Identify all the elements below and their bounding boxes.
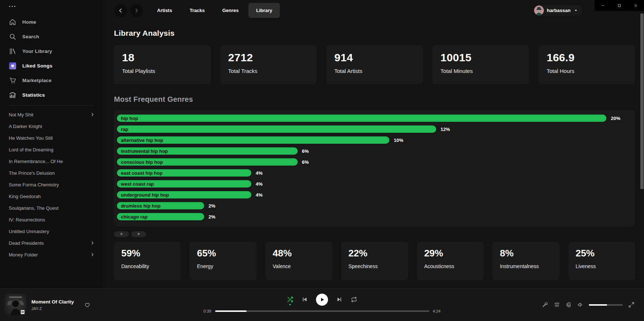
sidebar-playlist-item[interactable]: Dead Presidents	[0, 237, 103, 249]
sidebar-item-statistics[interactable]: Statistics	[0, 88, 103, 102]
previous-button[interactable]	[301, 296, 308, 303]
fullscreen-button[interactable]	[628, 302, 635, 308]
window-controls	[595, 0, 644, 11]
stat-card: 2712 Total Tracks	[220, 45, 317, 84]
chevron-right-icon	[134, 8, 140, 13]
sidebar-playlist-item[interactable]: Untitled Unmastery	[0, 225, 103, 237]
close-button[interactable]	[628, 0, 644, 11]
queue-button[interactable]	[554, 302, 560, 308]
forward-button[interactable]	[130, 4, 143, 17]
chevron-left-icon	[118, 8, 123, 13]
main-area: Artists Tracks Genres Library harbassan …	[103, 0, 644, 288]
sidebar-playlist-item[interactable]: Lord of the Dreaming	[0, 144, 103, 155]
scrollbar-thumb[interactable]	[640, 13, 644, 189]
genre-bar-label: hip hop	[121, 116, 138, 121]
tab-library[interactable]: Library	[248, 3, 280, 18]
track-info: Moment Of Clarity JAY-Z	[31, 299, 74, 311]
sidebar-playlist-item[interactable]: A Darker Knight	[0, 120, 103, 132]
next-button[interactable]	[336, 296, 343, 303]
topbar: Artists Tracks Genres Library harbassan	[103, 0, 644, 21]
genre-bar: alternative hip hop	[117, 136, 389, 144]
window-menu-dots[interactable]	[0, 0, 103, 11]
mute-button[interactable]	[577, 302, 583, 308]
genre-bar-value: 4%	[256, 181, 263, 187]
genre-bar-label: rap	[121, 127, 128, 132]
sidebar-playlist-item[interactable]: Soulqarians, The Quest	[0, 202, 103, 214]
player-center: 0:39 4:24	[202, 293, 442, 313]
elapsed-time: 0:39	[202, 309, 212, 313]
sidebar-item-marketplace[interactable]: Marketplace	[0, 73, 103, 88]
minimize-button[interactable]	[595, 0, 611, 11]
genre-bar: chicago rap	[117, 213, 204, 220]
previous-icon	[301, 296, 308, 303]
menu-label: Search	[22, 34, 39, 39]
profile-chip[interactable]: harbassan	[533, 5, 583, 16]
chart-prev-page-button[interactable]: <	[114, 231, 129, 237]
search-icon	[9, 33, 16, 40]
progress-bar[interactable]	[215, 310, 429, 312]
library-analysis-page: Library Analysis 18 Total Playlists 2712…	[103, 21, 644, 288]
sidebar-playlist-item[interactable]: King Geedorah	[0, 190, 103, 202]
sidebar-playlist-item[interactable]: Not My Shit	[0, 109, 103, 120]
sidebar-item-liked-songs[interactable]: Liked Songs	[0, 58, 103, 73]
feature-value: 8%	[500, 248, 552, 259]
sidebar-item-your-library[interactable]: Your Library	[0, 44, 103, 58]
genre-bar: conscious hip hop	[117, 158, 298, 166]
tab-artists[interactable]: Artists	[149, 3, 180, 18]
tab-genres[interactable]: Genres	[214, 3, 246, 18]
feature-label: Speechiness	[348, 263, 401, 269]
chart-next-page-button[interactable]: >	[131, 231, 146, 237]
genre-bar-value: 12%	[441, 127, 450, 132]
track-title[interactable]: Moment Of Clarity	[31, 299, 74, 305]
feature-value: 22%	[348, 248, 401, 259]
library-icon	[9, 47, 16, 55]
close-icon	[634, 4, 638, 8]
sidebar-item-home[interactable]: Home	[0, 15, 103, 29]
sidebar-playlist-item[interactable]: IV: Resurrections	[0, 214, 103, 225]
genre-bar-row: east coast hip hop 4%	[117, 169, 630, 177]
mic-icon	[542, 302, 548, 308]
sidebar-item-search[interactable]: Search	[0, 29, 103, 44]
chevron-right-icon	[90, 241, 95, 245]
feature-value: 25%	[576, 248, 628, 259]
back-button[interactable]	[114, 4, 127, 17]
track-artist[interactable]: JAY-Z	[31, 306, 74, 311]
maximize-button[interactable]	[611, 0, 628, 11]
sidebar-playlist-item[interactable]: In Remembrance... Of He	[0, 155, 103, 167]
sidebar-divider	[9, 105, 94, 106]
heart-icon	[84, 302, 91, 308]
feature-card: 25% Liveness	[568, 242, 635, 280]
playlist-label: He Watches You Still	[9, 135, 90, 141]
connect-device-button[interactable]	[565, 302, 572, 308]
genre-bar-label: drumless hip hop	[121, 203, 160, 209]
genre-bar-value: 20%	[611, 116, 620, 121]
play-button[interactable]	[316, 294, 328, 306]
genre-bar-value: 2%	[209, 214, 216, 220]
lyrics-button[interactable]	[542, 302, 548, 308]
sidebar-playlist-item[interactable]: Some Forma Chemistry	[0, 179, 103, 190]
genre-bar-row: alternative hip hop 10%	[117, 136, 630, 144]
shuffle-button[interactable]	[287, 296, 293, 303]
app-window: Home Search Your Library Liked Songs Mar…	[0, 0, 644, 321]
feature-label: Valence	[273, 263, 325, 269]
stat-label: Total Hours	[546, 68, 627, 74]
stat-card: 166.9 Total Hours	[538, 45, 635, 84]
sidebar-playlist-item[interactable]: Money Folder	[0, 249, 103, 260]
menu-label: Statistics	[22, 92, 45, 98]
tab-tracks[interactable]: Tracks	[182, 3, 212, 18]
feature-value: 65%	[197, 248, 249, 259]
repeat-button[interactable]	[351, 296, 357, 303]
volume-slider[interactable]	[589, 304, 623, 306]
like-button[interactable]	[84, 302, 91, 308]
fullscreen-icon	[628, 302, 635, 308]
genre-bar-value: 4%	[256, 192, 263, 198]
playback-controls	[287, 293, 357, 306]
playlist-label: King Geedorah	[9, 194, 90, 199]
sidebar-playlist-item[interactable]: He Watches You Still	[0, 132, 103, 144]
player-right-controls	[542, 302, 635, 308]
sidebar-playlist-item[interactable]: The Prince's Delusion	[0, 167, 103, 179]
genre-bar-row: drumless hip hop 2%	[117, 202, 630, 209]
feature-card: 29% Acousticness	[417, 242, 484, 280]
genre-bar-row: hip hop 20%	[117, 115, 630, 122]
genre-bar-label: chicago rap	[121, 214, 148, 220]
